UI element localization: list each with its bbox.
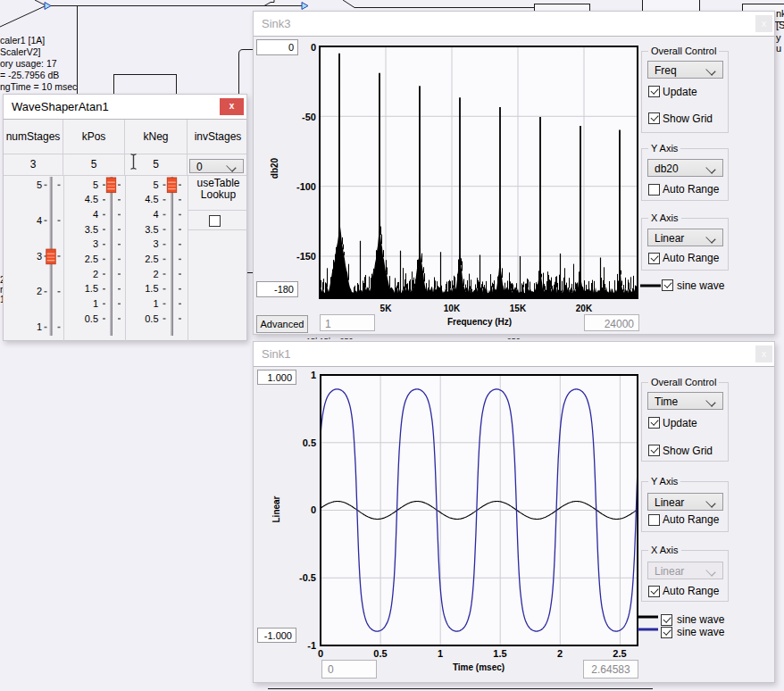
svg-text:3: 3: [153, 238, 158, 249]
svg-text:1.5: 1.5: [85, 283, 98, 294]
svg-text:2: 2: [93, 269, 98, 279]
svg-text:3: 3: [93, 238, 98, 249]
svg-text:3.5: 3.5: [145, 224, 158, 235]
svg-text:4: 4: [37, 215, 42, 226]
svg-text:2: 2: [37, 286, 42, 296]
svg-text:4.5: 4.5: [85, 194, 98, 204]
svg-text:1: 1: [153, 298, 158, 309]
svg-text:2: 2: [153, 269, 158, 279]
svg-text:4: 4: [153, 209, 158, 220]
svg-text:1: 1: [93, 298, 98, 309]
svg-text:5: 5: [93, 179, 98, 190]
svg-text:3.5: 3.5: [85, 224, 98, 235]
svg-text:4: 4: [93, 209, 98, 220]
svg-text:3: 3: [37, 251, 42, 262]
svg-text:1: 1: [37, 321, 42, 332]
svg-text:2.5: 2.5: [145, 254, 158, 264]
svg-text:0.5: 0.5: [145, 313, 158, 324]
svg-text:4.5: 4.5: [145, 194, 158, 204]
svg-text:5: 5: [37, 179, 42, 190]
svg-text:1.5: 1.5: [145, 283, 158, 294]
svg-text:2.5: 2.5: [85, 254, 98, 264]
svg-text:5: 5: [153, 179, 158, 190]
svg-text:0.5: 0.5: [85, 313, 98, 324]
